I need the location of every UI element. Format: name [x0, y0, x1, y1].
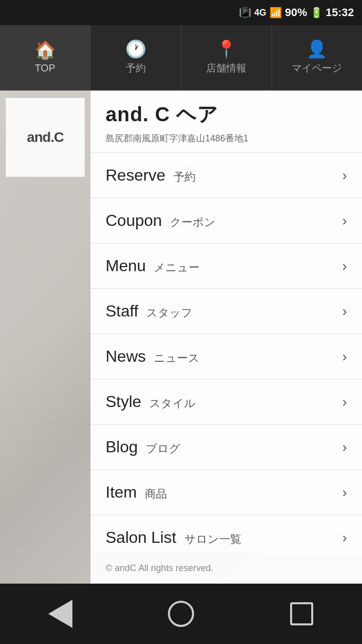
home-tab-icon: 🏠 [35, 41, 56, 58]
menu-item-salon-list[interactable]: Salon List サロン一覧 › [90, 515, 362, 553]
chevron-right-icon: › [342, 213, 347, 229]
menu-item-coupon-jp: クーポン [170, 215, 216, 230]
signal-icon: 📶 [269, 7, 282, 19]
chevron-right-icon: › [342, 168, 347, 184]
chevron-right-icon: › [342, 485, 347, 501]
battery-text: 90% [285, 6, 307, 19]
status-bar: 📳 4G 📶 90% 🔋 15:32 [0, 0, 362, 25]
menu-item-reserve[interactable]: Reserve 予約 › [90, 153, 362, 198]
recents-icon [290, 602, 313, 625]
mypage-tab-icon: 👤 [306, 40, 327, 57]
status-icons: 📳 4G 📶 90% 🔋 15:32 [239, 6, 354, 19]
tab-store[interactable]: 📍 店舗情報 [182, 25, 272, 90]
logo-box: and.C [6, 98, 85, 177]
tab-reserve-label: 予約 [126, 61, 146, 75]
chevron-right-icon: › [342, 394, 347, 410]
logo-text: and.C [27, 129, 64, 145]
menu-item-style-en: Style [106, 392, 141, 411]
menu-item-reserve-labels: Reserve 予約 [106, 166, 196, 185]
menu-item-menu-en: Menu [106, 257, 146, 275]
menu-item-news-jp: ニュース [154, 351, 200, 366]
menu-item-staff-jp: スタッフ [146, 305, 193, 320]
bottom-nav-bar [0, 584, 362, 644]
menu-item-staff-en: Staff [106, 302, 138, 320]
salon-address: 島尻郡南風原町字津嘉山1486番地1 [106, 132, 347, 144]
nav-tabs: 🏠 TOP 🕐 予約 📍 店舗情報 👤 マイページ [0, 25, 362, 91]
menu-item-news-en: News [106, 347, 146, 366]
reserve-tab-icon: 🕐 [125, 40, 146, 57]
menu-item-style[interactable]: Style スタイル › [90, 379, 362, 425]
menu-item-reserve-jp: 予約 [173, 170, 196, 185]
back-button[interactable] [40, 594, 80, 634]
tab-top-label: TOP [35, 62, 55, 74]
menu-list: Reserve 予約 › Coupon クーポン › Menu メニュー › S… [90, 153, 362, 553]
tab-store-label: 店舗情報 [206, 61, 246, 75]
home-button[interactable] [161, 594, 201, 634]
logo-area: and.C [0, 91, 90, 179]
footer-copyright: © andC All rights reserved. [90, 553, 362, 584]
home-icon [168, 601, 194, 627]
time-display: 15:32 [326, 6, 354, 19]
menu-item-salon-list-jp: サロン一覧 [185, 532, 241, 547]
menu-item-blog[interactable]: Blog ブログ › [90, 425, 362, 470]
recents-button[interactable] [282, 594, 322, 634]
chevron-right-icon: › [342, 303, 347, 319]
salon-name: and. C ヘア [106, 101, 347, 128]
tab-top[interactable]: 🏠 TOP [0, 25, 90, 90]
salon-header: and. C ヘア 島尻郡南風原町字津嘉山1486番地1 [90, 91, 362, 153]
menu-item-menu-jp: メニュー [154, 260, 200, 275]
menu-item-reserve-en: Reserve [106, 166, 165, 185]
chevron-right-icon: › [342, 530, 347, 546]
battery-icon: 🔋 [310, 7, 323, 19]
menu-item-item[interactable]: Item 商品 › [90, 470, 362, 515]
menu-item-news[interactable]: News ニュース › [90, 334, 362, 379]
chevron-right-icon: › [342, 349, 347, 365]
network-icon: 4G [254, 8, 266, 18]
menu-item-coupon[interactable]: Coupon クーポン › [90, 198, 362, 244]
menu-item-item-jp: 商品 [145, 487, 167, 502]
menu-item-blog-jp: ブログ [146, 441, 180, 456]
vibrate-icon: 📳 [239, 7, 251, 19]
menu-item-staff[interactable]: Staff スタッフ › [90, 289, 362, 334]
back-icon [48, 600, 72, 628]
chevron-right-icon: › [342, 258, 347, 274]
menu-item-blog-en: Blog [106, 438, 138, 456]
menu-item-item-en: Item [106, 483, 137, 502]
tab-mypage[interactable]: 👤 マイページ [272, 25, 362, 90]
tab-reserve[interactable]: 🕐 予約 [90, 25, 181, 90]
menu-item-style-jp: スタイル [149, 396, 196, 411]
menu-item-salon-list-en: Salon List [106, 528, 176, 547]
chevron-right-icon: › [342, 439, 347, 455]
tab-mypage-label: マイページ [292, 61, 342, 75]
store-tab-icon: 📍 [216, 40, 237, 57]
menu-item-coupon-en: Coupon [106, 211, 162, 230]
menu-item-menu[interactable]: Menu メニュー › [90, 244, 362, 289]
main-panel: and. C ヘア 島尻郡南風原町字津嘉山1486番地1 Reserve 予約 … [90, 91, 362, 584]
